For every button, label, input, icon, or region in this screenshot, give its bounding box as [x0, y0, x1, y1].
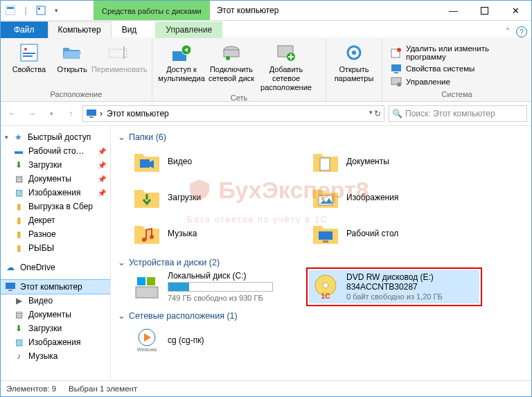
network-tile[interactable]: Windows cg (cg-пк) [130, 324, 288, 357]
folder-tile-downloads[interactable]: Загрузки [130, 181, 288, 214]
media-access-button[interactable]: Доступ к мультимедиа [157, 40, 206, 83]
window-title: Этот компьютер [210, 1, 438, 20]
nav-item-downloads[interactable]: ⬇Загрузки📌 [1, 158, 110, 172]
svg-rect-4 [481, 7, 488, 14]
svg-rect-31 [320, 158, 330, 170]
tab-file[interactable]: Файл [1, 21, 48, 38]
quick-access-toolbar: | ▾ [1, 1, 66, 20]
tab-view[interactable]: Вид [112, 21, 148, 38]
group-header-folders[interactable]: ⌄Папки (6) [118, 132, 531, 142]
svg-rect-23 [394, 72, 398, 73]
search-input[interactable]: 🔍 Поиск: Этот компьютер [389, 105, 527, 122]
svg-rect-3 [38, 8, 40, 10]
nav-item-music[interactable]: ♪Музыка [1, 349, 110, 363]
music-icon: ♪ [13, 351, 24, 362]
computer-icon [391, 63, 402, 74]
document-icon: ▤ [13, 309, 24, 320]
svg-rect-28 [6, 283, 15, 289]
nav-onedrive[interactable]: ☁OneDrive [1, 261, 110, 274]
nav-quick-access[interactable]: ▾★Быстрый доступ [1, 130, 110, 144]
up-button[interactable]: ↑ [63, 106, 78, 121]
pin-icon: 📌 [98, 189, 106, 197]
folder-tile-desktop[interactable]: Рабочий стол [309, 217, 467, 250]
svg-rect-26 [87, 109, 96, 116]
thispc-icon [5, 281, 16, 292]
help-icon[interactable]: ? [516, 26, 527, 37]
nav-item-documents[interactable]: ▤Документы [1, 308, 110, 321]
svg-point-42 [323, 283, 328, 288]
drive-tile-dvd[interactable]: 1C DVD RW дисковод (E:) 834ACCNTB30287 0… [309, 270, 479, 303]
chevron-down-icon: ⌄ [118, 132, 125, 142]
ribbon-collapse-icon[interactable]: ˄ [502, 26, 513, 37]
address-bar-row: ← → ▾ ↑ › Этот компьютер ▾ ↻ 🔍 Поиск: Эт… [1, 102, 531, 126]
documents-folder-icon [312, 148, 339, 175]
videos-folder-icon [133, 148, 161, 175]
system-properties-button[interactable]: Свойства системы [391, 63, 523, 74]
tab-manage[interactable]: Управление [155, 21, 222, 38]
nav-item-desktop[interactable]: ▬Рабочий сто…📌 [1, 144, 110, 158]
open-settings-button[interactable]: Открыть параметры [330, 40, 378, 83]
navigation-pane[interactable]: ▾★Быстрый доступ ▬Рабочий сто…📌 ⬇Загрузк… [1, 126, 111, 380]
open-folder-icon [61, 42, 83, 64]
map-drive-button[interactable]: Подключить сетевой диск [206, 40, 256, 83]
svg-rect-22 [391, 64, 401, 71]
downloads-folder-icon [133, 184, 161, 211]
content-pane: БухЭксперт8 База ответов по учёту в 1С ⌄… [111, 126, 531, 380]
folder-tile-pictures[interactable]: Изображения [309, 181, 467, 214]
uninstall-icon [391, 47, 402, 58]
address-dropdown-icon[interactable]: ▾ [369, 109, 373, 118]
properties-icon [18, 42, 40, 64]
svg-point-19 [352, 51, 356, 55]
qat-dropdown-icon[interactable]: ▾ [49, 3, 63, 17]
maximize-button[interactable] [469, 1, 500, 20]
minimize-button[interactable]: — [438, 1, 469, 20]
open-button[interactable]: Открыть [53, 40, 91, 74]
back-button[interactable]: ← [5, 106, 20, 121]
pin-icon: 📌 [98, 148, 106, 155]
music-folder-icon [133, 220, 161, 247]
recent-dropdown[interactable]: ▾ [44, 106, 59, 121]
drive-tile-c[interactable]: Локальный диск (C:) 749 ГБ свободно из 9… [130, 270, 288, 303]
app-icon[interactable] [3, 3, 17, 17]
svg-rect-2 [37, 6, 45, 15]
star-icon: ★ [12, 132, 24, 143]
svg-rect-37 [323, 240, 328, 242]
qat-properties-icon[interactable] [34, 3, 48, 17]
nav-item-videos[interactable]: ▶Видео [1, 294, 110, 308]
svg-point-25 [397, 82, 401, 87]
manage-button[interactable]: Управление [391, 76, 523, 87]
svg-rect-40 [147, 277, 155, 285]
group-header-devices[interactable]: ⌄Устройства и диски (2) [118, 257, 531, 267]
folder-icon: ▮ [13, 215, 24, 226]
add-network-location-button[interactable]: Добавить сетевое расположение [256, 40, 316, 92]
pin-icon: 📌 [98, 175, 106, 183]
svg-point-35 [150, 235, 154, 239]
desktop-folder-icon [312, 220, 339, 247]
close-button[interactable]: ✕ [500, 1, 531, 20]
nav-item-documents[interactable]: ▤Документы📌 [1, 172, 110, 186]
properties-button[interactable]: Свойства [5, 40, 53, 74]
group-header-network[interactable]: ⌄Сетевые расположения (1) [118, 310, 531, 321]
nav-item-folder[interactable]: ▮Разное [1, 227, 110, 241]
nav-item-folder[interactable]: ▮РЫБЫ [1, 241, 110, 255]
chevron-down-icon: ▾ [5, 134, 8, 141]
folder-tile-videos[interactable]: Видео [130, 145, 288, 178]
nav-item-pictures[interactable]: ▨Изображения [1, 335, 110, 349]
breadcrumb-crumb[interactable]: Этот компьютер [107, 109, 169, 118]
nav-item-pictures[interactable]: ▨Изображения📌 [1, 186, 110, 200]
nav-item-folder[interactable]: ▮Выгрузка в Сбер [1, 200, 110, 213]
pictures-folder-icon [312, 184, 339, 211]
folder-tile-documents[interactable]: Документы [309, 145, 467, 178]
hard-drive-icon [133, 273, 161, 301]
folder-tile-music[interactable]: Музыка [130, 217, 288, 250]
nav-item-folder[interactable]: ▮Декрет [1, 213, 110, 227]
video-icon: ▶ [13, 295, 24, 306]
breadcrumb-bar[interactable]: › Этот компьютер ▾ ↻ [82, 105, 384, 122]
nav-item-downloads[interactable]: ⬇Загрузки [1, 321, 110, 335]
refresh-icon[interactable]: ↻ [374, 109, 381, 118]
nav-this-pc[interactable]: Этот компьютер [1, 280, 110, 294]
forward-button[interactable]: → [24, 106, 39, 121]
ribbon-tabs: Файл Компьютер Вид Управление ˄ ? [1, 21, 531, 37]
tab-computer[interactable]: Компьютер [48, 21, 112, 38]
uninstall-programs-button[interactable]: Удалить или изменить программу [391, 44, 523, 61]
